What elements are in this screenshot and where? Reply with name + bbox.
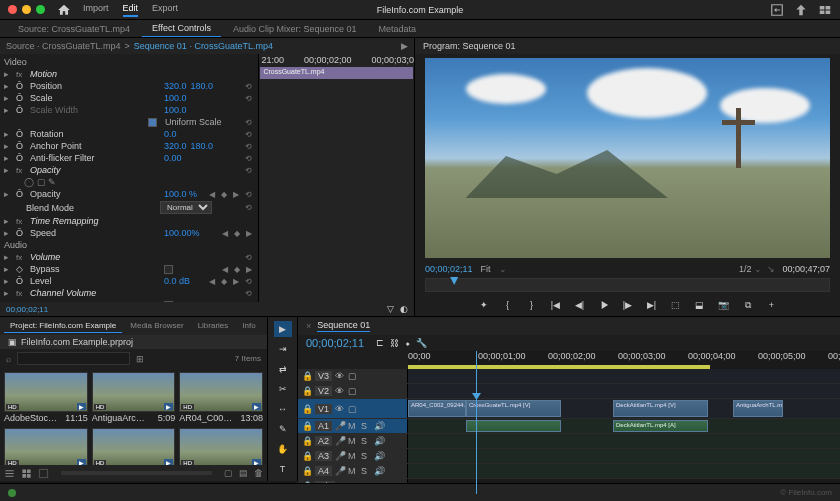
- menu-import[interactable]: Import: [83, 3, 109, 17]
- ec-row[interactable]: ▸fxMotion: [4, 68, 254, 80]
- tab-libraries[interactable]: Libraries: [192, 319, 235, 333]
- quick-export-icon[interactable]: [770, 3, 784, 17]
- ec-row[interactable]: ▸ŎPosition320.0180.0⟲: [4, 80, 254, 92]
- menu-export[interactable]: Export: [152, 3, 178, 17]
- hand-tool[interactable]: ✋: [274, 441, 292, 457]
- mark-in-icon[interactable]: {: [501, 298, 515, 312]
- go-to-out-icon[interactable]: ▶|: [645, 298, 659, 312]
- program-header[interactable]: Program: Sequence 01: [415, 38, 840, 54]
- audio-track[interactable]: 🔒A2🎤MS🔊: [298, 434, 840, 449]
- new-bin-icon[interactable]: ▢: [224, 468, 233, 478]
- minimize-window[interactable]: [22, 5, 31, 14]
- settings-icon[interactable]: +: [765, 298, 779, 312]
- timeline-clip[interactable]: CrossGuateTL.mp4 [V]: [466, 400, 561, 417]
- timeline-playhead[interactable]: [476, 351, 477, 494]
- track-select-tool[interactable]: ⇥: [274, 341, 292, 357]
- ec-row[interactable]: ▸ŎLevel0.0 dB◀ ◆ ▶ ⟲: [4, 275, 254, 287]
- new-item-icon[interactable]: ▤: [239, 468, 248, 478]
- ec-row[interactable]: ▸fxChannel Volume⟲: [4, 287, 254, 299]
- ec-row[interactable]: ▸ŎRotation0.0⟲: [4, 128, 254, 140]
- ec-row[interactable]: Audio: [4, 239, 254, 251]
- home-icon[interactable]: [57, 3, 71, 17]
- tab-effect-controls[interactable]: Effect Controls: [142, 20, 221, 37]
- tab-info[interactable]: Info: [236, 319, 261, 333]
- program-resolution[interactable]: 1/2: [739, 264, 752, 274]
- type-tool[interactable]: T: [274, 461, 292, 477]
- workspaces-icon[interactable]: [818, 3, 832, 17]
- extract-icon[interactable]: ⬓: [693, 298, 707, 312]
- video-track[interactable]: 🔒V1👁▢ AR04_C002_09244...CrossGuateTL.mp4…: [298, 399, 840, 419]
- selection-tool[interactable]: ▶: [274, 321, 292, 337]
- program-scrubber[interactable]: [425, 278, 830, 292]
- step-back-icon[interactable]: ◀|: [573, 298, 587, 312]
- snap-icon[interactable]: ⊏: [376, 338, 384, 348]
- ec-row[interactable]: ▸ŎScale Width100.0: [4, 104, 254, 116]
- audio-track[interactable]: 🔒A3🎤MS🔊: [298, 449, 840, 464]
- ec-row[interactable]: ▸fxOpacity⟲: [4, 164, 254, 176]
- play-icon[interactable]: [597, 298, 611, 312]
- video-track[interactable]: 🔒V2👁▢: [298, 384, 840, 399]
- sequence-tab[interactable]: Sequence 01: [317, 320, 370, 332]
- timeline-clip[interactable]: DeckAtitlanTL.mp4 [V]: [613, 400, 708, 417]
- ec-row[interactable]: ◯ ▢ ✎: [4, 176, 254, 188]
- tab-project[interactable]: Project: FileInfo.com Example: [4, 319, 122, 333]
- ec-row[interactable]: Uniform Scale⟲: [4, 116, 254, 128]
- go-to-in-icon[interactable]: |◀: [549, 298, 563, 312]
- ec-row[interactable]: Blend ModeNormal⟲: [4, 200, 254, 215]
- program-playhead[interactable]: [450, 277, 458, 285]
- project-item[interactable]: HD▶ CrossGuateTL.mp42:09: [4, 428, 88, 465]
- list-view-icon[interactable]: [4, 468, 15, 479]
- ec-row[interactable]: ▸ŎAnti-flicker Filter0.00⟲: [4, 152, 254, 164]
- tab-media-browser[interactable]: Media Browser: [124, 319, 189, 333]
- audio-track[interactable]: 🔒A1🎤MS🔊 DeckAtitlanTL.mp4 [A]: [298, 419, 840, 434]
- project-breadcrumb[interactable]: ▣ FileInfo.com Example.prproj: [0, 335, 267, 349]
- marker-icon[interactable]: ⬥: [405, 338, 410, 348]
- project-item[interactable]: HD▶ AntiguaArchTL.mp45:09: [92, 372, 176, 424]
- share-icon[interactable]: [794, 3, 808, 17]
- ec-timecode[interactable]: 00;00;02;11: [6, 305, 48, 314]
- project-item[interactable]: HD▶ FogTL.mp414:13: [179, 428, 263, 465]
- pen-tool[interactable]: ✎: [274, 421, 292, 437]
- audio-track[interactable]: 🔒A4🎤MS🔊: [298, 464, 840, 479]
- export-frame-icon[interactable]: 📷: [717, 298, 731, 312]
- tab-source[interactable]: Source: CrossGuateTL.mp4: [8, 21, 140, 37]
- tab-metadata[interactable]: Metadata: [369, 21, 427, 37]
- program-fit[interactable]: Fit: [481, 264, 491, 274]
- project-item[interactable]: HD▶ AdobeStock_11664082...11:15: [4, 372, 88, 424]
- ec-row[interactable]: ▸◇Bypass◀ ◆ ▶: [4, 263, 254, 275]
- project-item[interactable]: HD▶ AR04_C002_0902401_R...13:08: [179, 372, 263, 424]
- slip-tool[interactable]: ↔: [274, 401, 292, 417]
- menu-edit[interactable]: Edit: [123, 3, 139, 17]
- video-track[interactable]: 🔒V3👁▢: [298, 369, 840, 384]
- tab-audio-mixer[interactable]: Audio Clip Mixer: Sequence 01: [223, 21, 367, 37]
- timeline-timecode[interactable]: 00;00;02;11: [306, 337, 364, 349]
- freeform-view-icon[interactable]: [38, 468, 49, 479]
- search-icon[interactable]: ⌕: [6, 354, 11, 364]
- program-current-time[interactable]: 00;00;02;11: [425, 264, 473, 274]
- ec-clip-indicator[interactable]: CrossGuateTL.mp4: [260, 67, 413, 79]
- ec-row[interactable]: ▸ŎSpeed100.00%◀ ◆ ▶: [4, 227, 254, 239]
- filter-bin-icon[interactable]: ⊞: [136, 354, 144, 364]
- add-marker-icon[interactable]: ✦: [477, 298, 491, 312]
- timeline-clip[interactable]: DeckAtitlanTL.mp4 [A]: [613, 420, 708, 432]
- settings-wrench-icon[interactable]: 🔧: [416, 338, 427, 348]
- ec-row[interactable]: ▸fxVolume⟲: [4, 251, 254, 263]
- filter-icon[interactable]: ▽: [387, 304, 394, 314]
- maximize-window[interactable]: [36, 5, 45, 14]
- ec-row[interactable]: ▸ŎOpacity100.0 %◀ ◆ ▶ ⟲: [4, 188, 254, 200]
- lift-icon[interactable]: ⬚: [669, 298, 683, 312]
- ec-row[interactable]: ▸ŎScale100.0⟲: [4, 92, 254, 104]
- timeline-ruler[interactable]: 00;0000;00;01;0000;00;02;0000;00;03;0000…: [408, 351, 840, 365]
- ec-sequence-label[interactable]: Sequence 01 · CrossGuateTL.mp4: [134, 41, 273, 51]
- ec-row[interactable]: ▸fxTime Remapping: [4, 215, 254, 227]
- project-search-input[interactable]: [17, 352, 130, 365]
- toggle-track-icon[interactable]: ◐: [400, 304, 408, 314]
- timeline-clip[interactable]: AntiguaArchTL.mp4 [V]: [733, 400, 783, 417]
- comparison-icon[interactable]: ⧉: [741, 298, 755, 312]
- effect-controls-timeline[interactable]: 21:00 00;00;02;00 00;00;03;0 CrossGuateT…: [258, 54, 414, 302]
- project-item[interactable]: HD▶ DeckAtitlanTL.mp411:12: [92, 428, 176, 465]
- icon-view-icon[interactable]: [21, 468, 32, 479]
- linked-selection-icon[interactable]: ⛓: [390, 338, 399, 348]
- timeline-clip[interactable]: AR04_C002_09244...: [408, 400, 466, 417]
- ripple-edit-tool[interactable]: ⇄: [274, 361, 292, 377]
